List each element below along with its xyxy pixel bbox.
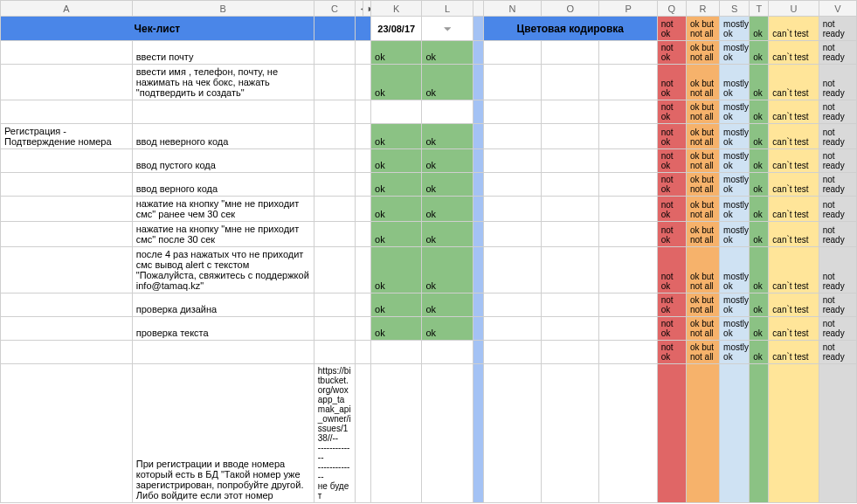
cell-cant-test[interactable]: can`t test bbox=[769, 100, 819, 124]
cell-l[interactable]: ok bbox=[422, 197, 473, 222]
cell-not-ok[interactable]: not ok bbox=[657, 197, 686, 222]
cell-ok-but-not-all[interactable] bbox=[686, 364, 719, 503]
cell-not-ready[interactable]: not ready bbox=[819, 247, 856, 293]
cell-b[interactable]: ввод неверного кода bbox=[132, 124, 314, 149]
cell-a[interactable] bbox=[1, 100, 133, 124]
cell-c-url[interactable]: https://bitbucket.org/woxapp_tamak_api_o… bbox=[314, 364, 355, 503]
cell-not-ok[interactable]: not ok bbox=[657, 41, 686, 65]
cell-a[interactable] bbox=[1, 341, 133, 364]
cell-p[interactable] bbox=[599, 100, 657, 124]
cell-l[interactable] bbox=[422, 341, 473, 364]
cell-n[interactable] bbox=[483, 173, 541, 197]
cell-m[interactable] bbox=[473, 247, 483, 293]
cell-mostly-ok[interactable]: mostly ok bbox=[720, 124, 750, 149]
cell-c[interactable] bbox=[314, 149, 355, 173]
cell-cant-test[interactable]: can`t test bbox=[769, 41, 819, 65]
cell-l[interactable]: ok bbox=[422, 293, 473, 317]
cell-n[interactable] bbox=[483, 364, 541, 503]
cell-n[interactable] bbox=[483, 124, 541, 149]
col-header-n[interactable]: N bbox=[483, 1, 541, 17]
cell-j[interactable] bbox=[356, 149, 371, 173]
cell-not-ready[interactable]: not ready bbox=[819, 100, 856, 124]
cell-l[interactable]: ok bbox=[422, 41, 473, 65]
cell-mostly-ok[interactable]: mostly ok bbox=[720, 341, 750, 364]
cell-p[interactable] bbox=[599, 317, 657, 341]
cell-a[interactable] bbox=[1, 173, 133, 197]
cell-c[interactable] bbox=[314, 247, 355, 293]
col-header-r[interactable]: R bbox=[686, 1, 719, 17]
cell-cant-test[interactable] bbox=[769, 364, 819, 503]
cell-j[interactable] bbox=[356, 100, 371, 124]
cell-p[interactable] bbox=[599, 124, 657, 149]
cell-not-ready[interactable]: not ready bbox=[819, 41, 856, 65]
cell-c[interactable] bbox=[314, 293, 355, 317]
cell-n[interactable] bbox=[483, 247, 541, 293]
cell-b[interactable]: проверка дизайна bbox=[132, 293, 314, 317]
cell-ok-but-not-all[interactable]: ok but not all bbox=[686, 197, 719, 222]
cell-not-ok[interactable]: not ok bbox=[657, 341, 686, 364]
cell-c[interactable] bbox=[314, 124, 355, 149]
cell-a[interactable] bbox=[1, 247, 133, 293]
cell-j[interactable] bbox=[356, 41, 371, 65]
col-header-t[interactable]: T bbox=[750, 1, 769, 17]
filter-icon[interactable]: ⏷ bbox=[422, 17, 473, 41]
cell-n[interactable] bbox=[483, 100, 541, 124]
cell-j[interactable] bbox=[356, 364, 371, 503]
group-collapse-right-icon[interactable]: ► bbox=[363, 1, 371, 17]
cell-o[interactable] bbox=[542, 222, 599, 247]
cell-k[interactable]: ok bbox=[371, 247, 422, 293]
cell-l[interactable]: ok bbox=[422, 317, 473, 341]
cell-ok[interactable]: ok bbox=[750, 100, 769, 124]
cell-not-ok[interactable]: not ok bbox=[657, 222, 686, 247]
cell-not-ready[interactable]: not ready bbox=[819, 65, 856, 100]
cell-p[interactable] bbox=[599, 293, 657, 317]
cell-ok-but-not-all[interactable]: ok but not all bbox=[686, 100, 719, 124]
col-header-m[interactable] bbox=[473, 1, 483, 17]
cell-k[interactable] bbox=[371, 100, 422, 124]
cell-cant-test[interactable]: can`t test bbox=[769, 173, 819, 197]
cell-ok-but-not-all[interactable]: ok but not all bbox=[686, 65, 719, 100]
cell-k[interactable]: ok bbox=[371, 317, 422, 341]
cell-a[interactable]: Регистрация - Подтверждение номера bbox=[1, 124, 133, 149]
cell-m[interactable] bbox=[473, 222, 483, 247]
cell-not-ok[interactable]: not ok bbox=[657, 100, 686, 124]
cell-k[interactable]: ok bbox=[371, 197, 422, 222]
col-header-b[interactable]: B bbox=[132, 1, 314, 17]
cell-mostly-ok[interactable]: mostly ok bbox=[720, 293, 750, 317]
cell-mostly-ok[interactable]: mostly ok bbox=[720, 247, 750, 293]
cell-j[interactable] bbox=[356, 124, 371, 149]
col-header-s[interactable]: S bbox=[720, 1, 750, 17]
cell-a[interactable] bbox=[1, 65, 133, 100]
col-header-v[interactable]: V bbox=[819, 1, 856, 17]
cell-o[interactable] bbox=[542, 197, 599, 222]
cell-m[interactable] bbox=[473, 149, 483, 173]
cell-mostly-ok[interactable]: mostly ok bbox=[720, 100, 750, 124]
cell-o[interactable] bbox=[542, 293, 599, 317]
cell-cant-test[interactable]: can`t test bbox=[769, 341, 819, 364]
cell-m[interactable] bbox=[473, 65, 483, 100]
cell-mostly-ok[interactable]: mostly ok bbox=[720, 41, 750, 65]
cell-c[interactable] bbox=[314, 41, 355, 65]
cell-o[interactable] bbox=[542, 124, 599, 149]
cell-a[interactable] bbox=[1, 197, 133, 222]
cell-ok-but-not-all[interactable]: ok but not all bbox=[686, 149, 719, 173]
cell-ok[interactable]: ok bbox=[750, 317, 769, 341]
cell-m[interactable] bbox=[473, 173, 483, 197]
cell-a[interactable] bbox=[1, 41, 133, 65]
cell-l[interactable]: ok bbox=[422, 124, 473, 149]
cell-not-ok[interactable]: not ok bbox=[657, 173, 686, 197]
col-header-u[interactable]: U bbox=[769, 1, 819, 17]
cell-p[interactable] bbox=[599, 364, 657, 503]
cell-c[interactable] bbox=[314, 197, 355, 222]
cell-not-ready[interactable]: not ready bbox=[819, 293, 856, 317]
cell-ok[interactable]: ok bbox=[750, 173, 769, 197]
cell-n[interactable] bbox=[483, 222, 541, 247]
cell-n[interactable] bbox=[483, 341, 541, 364]
cell-n[interactable] bbox=[483, 293, 541, 317]
cell-c[interactable] bbox=[314, 341, 355, 364]
cell-l[interactable]: ok bbox=[422, 173, 473, 197]
cell-m[interactable] bbox=[473, 100, 483, 124]
col-header-o[interactable]: O bbox=[542, 1, 599, 17]
cell-b[interactable]: ввести имя , телефон, почту, не нажимать… bbox=[132, 65, 314, 100]
cell-l[interactable]: ok bbox=[422, 149, 473, 173]
